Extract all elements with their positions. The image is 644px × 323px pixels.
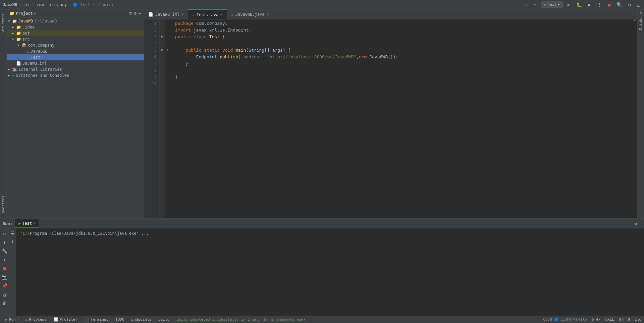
editor-tabs: 📄 JavaWB.iml ✕ ☕ Test.java ✕ ☕ Java6WB.j…: [144, 9, 637, 19]
charset-label: UTF-8: [619, 317, 630, 322]
down-arrow-icon[interactable]: ↓: [2, 256, 7, 263]
breadcrumb-com[interactable]: com: [37, 2, 44, 7]
rerun-icon[interactable]: ↺: [2, 230, 7, 237]
status-tab-profiler[interactable]: 📊 Profiler: [50, 316, 81, 323]
status-tab-todo[interactable]: TODO: [112, 316, 128, 323]
more-run-options[interactable]: ⋮: [596, 1, 603, 8]
status-tab-problems[interactable]: ⚠ Problems: [22, 316, 51, 323]
tree-item-idea[interactable]: ▶ 📁 .idea: [7, 24, 144, 30]
tree-item-out[interactable]: ▶ 📁 out: [7, 30, 144, 36]
bottom-tab-test[interactable]: ▶ Test ✕: [15, 219, 39, 228]
print-icon[interactable]: 🖨: [1, 291, 8, 298]
maximize-icon[interactable]: □: [636, 1, 641, 8]
sidebar-item-database[interactable]: Database: [638, 9, 644, 33]
bottom-tab-test-label: Test: [22, 221, 32, 226]
vcs-push-icon[interactable]: ↑: [532, 1, 538, 8]
tab-javawb-iml[interactable]: 📄 JavaWB.iml ✕: [144, 9, 188, 19]
sidebar-item-favorites[interactable]: Favorites: [0, 193, 6, 218]
run-config-label: Test: [548, 2, 557, 7]
tree-item-scratches[interactable]: ▶ ✏ Scratches and Consoles: [7, 72, 144, 78]
tab-test-java[interactable]: ☕ Test.java ✕: [188, 9, 227, 19]
run-gutter: ▶ ▶: [160, 19, 165, 218]
tree-item-ext-libs[interactable]: ▶ 📚 External Libraries: [7, 66, 144, 72]
build-label: Build: [158, 317, 169, 322]
tree-javawb-iml-label: JavaWB.iml: [22, 61, 47, 66]
tree-item-test[interactable]: ▶ ☕ Test: [7, 54, 144, 60]
up-arrow-icon[interactable]: ↑: [2, 238, 7, 246]
project-panel: 📁 Project ▼ ≡ ⚙ — ▼ 📁 JavaWB F:\JavaWB ▶…: [7, 9, 144, 218]
vertical-tool-2[interactable]: ⬆: [10, 238, 15, 245]
cursor-position[interactable]: 6:47: [592, 317, 601, 322]
bottom-panel-actions: ⚙ —: [635, 221, 644, 226]
code-editor[interactable]: 1 2 3 4 5 6 7 8 9 10 ▶ ▶: [144, 19, 637, 218]
status-tab-build[interactable]: Build: [155, 316, 173, 323]
problems-label: Problems: [29, 317, 47, 322]
bottom-minimize-icon[interactable]: —: [639, 221, 641, 226]
project-settings-icon[interactable]: ⚙: [134, 11, 137, 16]
camera-icon[interactable]: 📷: [1, 273, 8, 281]
title-bar-actions: ↓ ↑ ▶ Test ▼ ▶ 🐛 ▶ ⋮ ■ 🔍 ⚙ □: [523, 1, 641, 8]
tree-item-com-company[interactable]: ▼ 📦 com.company: [7, 42, 144, 48]
tab-iml-close[interactable]: ✕: [181, 12, 184, 16]
terminal-label: Terminal: [91, 317, 108, 322]
coverage-button[interactable]: ▶: [587, 1, 592, 8]
right-sidebar: Database: [637, 9, 644, 218]
code-line-5: public static void main(String[] args) {: [175, 47, 637, 54]
tree-item-javawb-iml[interactable]: ▶ 📄 JavaWB.iml: [7, 60, 144, 66]
run-gutter-line3[interactable]: ▶: [160, 33, 165, 40]
run-panel-label: Run:: [0, 221, 15, 226]
stop-button[interactable]: ■: [606, 1, 612, 8]
breadcrumb-company[interactable]: company: [50, 2, 67, 7]
tab-java6wb-icon: ☕: [231, 12, 233, 17]
search-everywhere-icon[interactable]: 🔍: [615, 1, 624, 8]
status-run-label: Run: [9, 317, 16, 322]
trash-icon[interactable]: 🗑: [1, 300, 8, 307]
run-button[interactable]: ▶: [566, 1, 572, 8]
tree-item-root[interactable]: ▼ 📁 JavaWB F:\JavaWB: [7, 18, 144, 24]
settings-icon[interactable]: ⚙: [627, 1, 632, 8]
breadcrumb-test[interactable]: 🔵 Test: [73, 2, 90, 7]
tree-item-src[interactable]: ▼ 📁 src: [7, 36, 144, 42]
stop-run-icon[interactable]: ■: [2, 265, 7, 272]
run-config-button[interactable]: ▶ Test ▼: [541, 1, 563, 8]
project-dropdown-icon[interactable]: ▼: [34, 12, 36, 15]
wrench-icon[interactable]: 🔧: [1, 247, 8, 255]
tree-root-label: JavaWB: [18, 19, 33, 23]
main-area: Structure Favorites 📁 Project ▼ ≡ ⚙ — ▼ …: [0, 9, 644, 218]
left-tools: Structure Favorites: [0, 9, 7, 218]
project-close-icon[interactable]: —: [139, 11, 141, 16]
tab-iml-label: JavaWB.iml: [155, 12, 179, 17]
tree-item-java6wb[interactable]: ▶ ☕ Java6WB: [7, 48, 144, 54]
tab-test-icon: ☕: [192, 12, 195, 17]
status-tab-endpoints[interactable]: Endpoints: [128, 316, 155, 323]
pin-icon[interactable]: 📌: [1, 282, 8, 289]
status-run-button[interactable]: ▶ Run: [3, 317, 19, 322]
status-bar: ▶ Run ⚠ Problems 📊 Profiler ⬛ Terminal T…: [0, 316, 644, 323]
code-line-8: [175, 67, 637, 74]
vcs-update-icon[interactable]: ↓: [523, 1, 529, 8]
profiler-label: Profiler: [60, 317, 77, 322]
filter-icon[interactable]: ☰: [9, 230, 16, 237]
bottom-settings-icon[interactable]: ⚙: [635, 221, 637, 226]
code-line-1: package com.company;: [175, 20, 637, 27]
code-content[interactable]: package com.company; import javax.xml.ws…: [170, 19, 637, 218]
code-line-7: }: [175, 60, 637, 67]
tab-test-close[interactable]: ✕: [220, 12, 223, 17]
tree-ext-libs-label: External Libraries: [18, 67, 62, 72]
debug-button[interactable]: 🐛: [575, 1, 583, 8]
tab-java6wb-java[interactable]: ☕ Java6WB.java ✕: [227, 9, 273, 19]
tree-test-label: Test: [31, 55, 40, 60]
todo-label: TODO: [115, 317, 124, 322]
console-output: "C:\Program Files\Java\jdk1.8.0_121\bin\…: [16, 228, 644, 316]
endpoints-label: Endpoints: [131, 317, 152, 322]
collapse-all-icon[interactable]: ≡: [129, 11, 132, 16]
status-tab-terminal[interactable]: ⬛ Terminal: [81, 316, 112, 323]
project-name: JavaWB: [3, 2, 17, 7]
bottom-tab-test-close[interactable]: ✕: [33, 221, 36, 225]
run-gutter-line5[interactable]: ▶: [160, 46, 165, 53]
tab-java6wb-close[interactable]: ✕: [267, 12, 269, 16]
console-line-1: "C:\Program Files\Java\jdk1.8.0_121\bin\…: [20, 230, 640, 236]
sidebar-item-structure[interactable]: Structure: [0, 11, 6, 36]
csdn-label: CSDN 🔵 二进制写k4Ito: [543, 317, 587, 322]
breadcrumb-src[interactable]: src: [23, 2, 31, 7]
